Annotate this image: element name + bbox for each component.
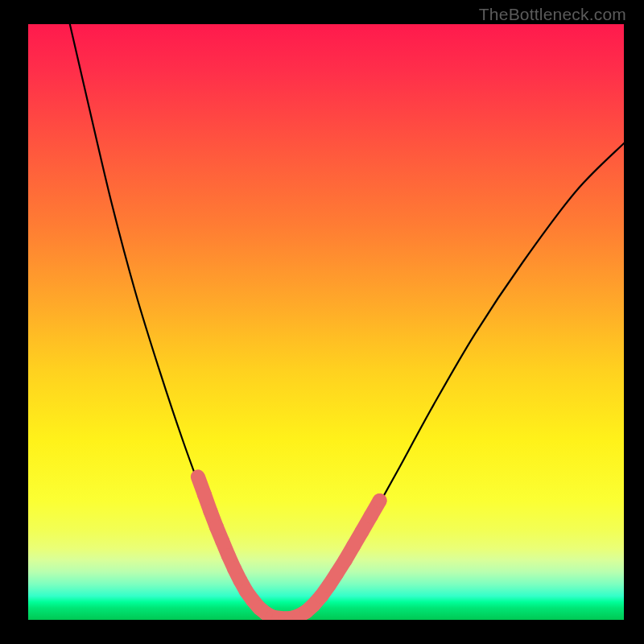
curve-layer — [28, 24, 624, 620]
scatter-points — [198, 477, 380, 618]
bottleneck-curve — [70, 24, 624, 618]
watermark-text: TheBottleneck.com — [479, 5, 626, 24]
chart-frame: TheBottleneck.com — [0, 0, 644, 644]
plot-area — [28, 24, 624, 620]
